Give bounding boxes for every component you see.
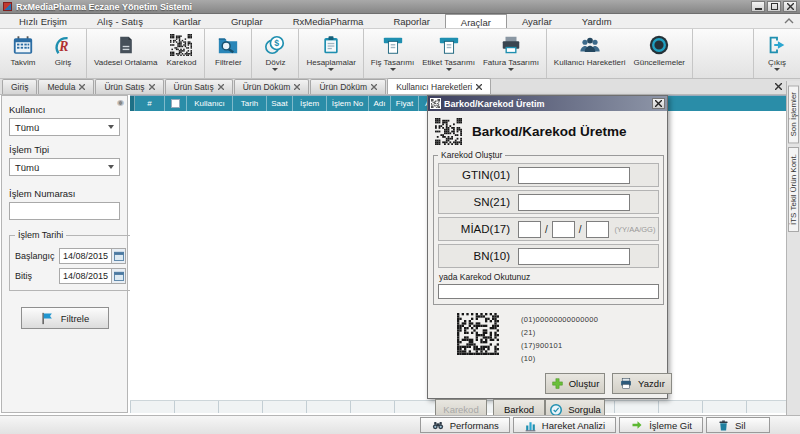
menu-alis-satis[interactable]: Alış - Satış: [82, 14, 158, 28]
column-header-fiyat[interactable]: Fiyat: [391, 96, 419, 111]
filter-panel: ◉ Kullanıcı Tümü İşlem Tipi Tümü İşlem N…: [1, 95, 128, 413]
tab-giris[interactable]: Giriş: [2, 79, 37, 94]
window-titlebar: RxMediaPharma Eczane Yönetim Sistemi: [0, 0, 800, 14]
tabbar-close-button[interactable]: [775, 83, 782, 90]
giris-button[interactable]: R Giriş: [43, 31, 83, 76]
column-header-saat[interactable]: Saat: [267, 96, 293, 111]
gtin-row: GTIN(01): [438, 163, 659, 187]
karekod-okutunuz-label: yada Karekod Okutunuz: [439, 272, 659, 282]
column-header-tarih[interactable]: Tarih: [233, 96, 267, 111]
pin-icon[interactable]: ◉: [117, 98, 124, 107]
karekod-button[interactable]: Karekod: [161, 31, 201, 76]
calendar-icon: [11, 33, 35, 57]
miad-day-input[interactable]: [586, 221, 609, 238]
trash-icon: [717, 419, 730, 432]
menu-yardim[interactable]: Yardım: [567, 14, 627, 28]
kullanici-select[interactable]: Tümü: [9, 118, 120, 136]
sil-button[interactable]: Sil: [706, 417, 770, 433]
yazdir-button[interactable]: Yazdır: [612, 373, 672, 394]
column-header-select[interactable]: [165, 96, 187, 111]
tab-medula[interactable]: Medula: [38, 79, 94, 94]
column-header-index[interactable]: #: [135, 96, 165, 111]
dock-tab-its-tekil[interactable]: İTS Tekil Ürün Kont.: [788, 147, 799, 232]
islem-numarasi-input[interactable]: [9, 202, 120, 220]
doviz-button[interactable]: $ Döviz: [255, 31, 295, 76]
tab-close-icon[interactable]: [149, 84, 155, 90]
code-line-bn: (10): [521, 354, 598, 363]
guncellemeler-button[interactable]: Güncellemeler: [629, 31, 689, 76]
receipt-printer-icon: [381, 33, 405, 57]
filtrele-button[interactable]: Filtrele: [21, 307, 109, 329]
kullanici-hareketleri-button[interactable]: Kullanıcı Hareketleri: [550, 31, 630, 76]
baslangic-date-field[interactable]: 14/08/2015: [59, 248, 112, 264]
close-button[interactable]: [783, 1, 797, 12]
olustur-button[interactable]: Oluştur: [545, 373, 605, 394]
dialog-heading: Barkod/Karekod Üretme: [472, 124, 627, 139]
gtin-input[interactable]: [518, 167, 630, 184]
minimize-button[interactable]: [751, 1, 765, 12]
etiket-tasarimi-button[interactable]: Etiket Tasarımı: [418, 31, 479, 76]
tab-close-icon[interactable]: [371, 84, 377, 90]
menu-araclar[interactable]: Araçlar: [445, 14, 507, 28]
islem-tipi-label: İşlem Tipi: [9, 144, 120, 155]
menu-kartlar[interactable]: Kartlar: [158, 14, 216, 28]
dropdown-caret-icon: [328, 68, 334, 71]
bn-input[interactable]: [518, 248, 630, 265]
calendar-picker-icon[interactable]: [112, 268, 126, 284]
minimize-icon: [755, 3, 762, 10]
tab-close-icon[interactable]: [476, 84, 482, 90]
column-header-islem[interactable]: İşlem: [293, 96, 327, 111]
ribbon-collapse-button[interactable]: [784, 17, 794, 25]
baslangic-label: Başlangıç: [15, 251, 59, 261]
menu-rxmediapharma[interactable]: RxMediaPharma: [278, 14, 379, 28]
generated-code-area: (01)00000000000000 (21) (17)900101 (10): [457, 313, 662, 363]
sn-input[interactable]: [518, 194, 630, 211]
menu-ayarlar[interactable]: Ayarlar: [507, 14, 567, 28]
tab-close-icon[interactable]: [294, 84, 300, 90]
column-header-islem-no[interactable]: İşlem No: [327, 96, 369, 111]
hareket-analizi-button[interactable]: Hareket Analizi: [513, 417, 616, 433]
tab-urun-satis-1[interactable]: Ürün Satış: [95, 79, 163, 94]
tab-urun-satis-2[interactable]: Ürün Satış: [165, 79, 233, 94]
vadesel-ortalama-button[interactable]: Vadesel Ortalama: [90, 31, 161, 76]
tab-urun-dokum-1[interactable]: Ürün Döküm: [234, 79, 310, 94]
islem-tipi-select[interactable]: Tümü: [9, 158, 120, 176]
fatura-tasarimi-button[interactable]: Fatura Tasarımı: [479, 31, 543, 76]
qr-code-icon: [169, 33, 193, 57]
tab-kullanici-hareketleri[interactable]: Kullanıcı Hareketleri: [387, 78, 491, 94]
column-header-adi[interactable]: Adı: [369, 96, 391, 111]
maximize-button[interactable]: [767, 1, 781, 12]
isleme-git-button[interactable]: İşleme Git: [619, 417, 703, 433]
filtreler-button[interactable]: Filtreler: [208, 31, 248, 76]
fis-tasarimi-button[interactable]: Fiş Tasarımı: [367, 31, 418, 76]
dropdown-caret-icon: [508, 68, 514, 71]
tab-close-icon[interactable]: [79, 84, 85, 90]
dialog-header: Barkod/Karekod Üretme: [433, 115, 662, 150]
islem-tarihi-label: İşlem Tarihi: [15, 230, 66, 240]
column-header-kullanici[interactable]: Kullanıcı: [187, 96, 233, 111]
takvim-button[interactable]: Takvim: [3, 31, 43, 76]
date-format-hint: (YY/AA/GG): [615, 225, 656, 234]
ribbon-group-tools1: Vadesel Ortalama Karekod: [87, 29, 205, 78]
calendar-picker-icon[interactable]: [112, 248, 126, 264]
ribbon-group-doviz: $ Döviz: [252, 29, 299, 78]
bitis-date-field[interactable]: 14/08/2015: [59, 268, 112, 284]
karekod-okutunuz-input[interactable]: [438, 284, 659, 299]
update-icon: [647, 33, 671, 57]
dock-tab-son-islemler[interactable]: Son İşlemler: [788, 85, 799, 143]
miad-month-input[interactable]: [552, 221, 575, 238]
dialog-close-button[interactable]: [652, 98, 665, 109]
ribbon-group-sistem: Kullanıcı Hareketleri Güncellemeler: [547, 29, 693, 78]
cikis-button[interactable]: Çıkış: [757, 31, 797, 76]
performans-button[interactable]: Performans: [420, 417, 510, 433]
karekod-olustur-group: Karekod Oluştur GTIN(01) SN(21) MİAD(17)…: [433, 150, 664, 305]
maximize-icon: [771, 3, 778, 10]
miad-year-input[interactable]: [518, 221, 541, 238]
document-icon: [114, 33, 138, 57]
menu-hizli-erisim[interactable]: Hızlı Erişim: [4, 14, 82, 28]
menu-gruplar[interactable]: Gruplar: [216, 14, 278, 28]
menu-raporlar[interactable]: Raporlar: [378, 14, 444, 28]
hesaplamalar-button[interactable]: Hesaplamalar: [302, 31, 359, 76]
tab-urun-dokum-2[interactable]: Ürün Döküm: [310, 79, 386, 94]
tab-close-icon[interactable]: [218, 84, 224, 90]
